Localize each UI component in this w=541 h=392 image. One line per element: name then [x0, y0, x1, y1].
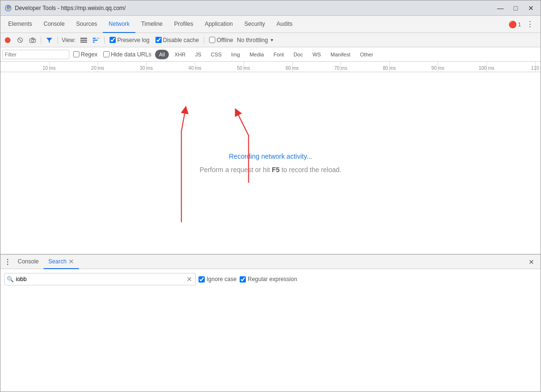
ignore-case-label[interactable]: Ignore case — [199, 276, 237, 283]
view-label: View: — [62, 37, 76, 44]
minimize-button[interactable]: — — [495, 2, 506, 14]
search-tab-close-icon[interactable]: ✕ — [68, 258, 74, 265]
filter-bar: Regex Hide data URLs All XHR JS CSS Img … — [0, 47, 541, 62]
hint-text: Perform a request or hit F5 to record th… — [199, 166, 341, 174]
toolbar-divider-1 — [41, 36, 41, 44]
tab-elements[interactable]: Elements — [2, 16, 38, 33]
chrome-icon — [4, 4, 12, 12]
svg-marker-7 — [46, 38, 52, 43]
tick-50ms: 50 ms — [237, 65, 250, 71]
filter-css[interactable]: CSS — [207, 50, 226, 59]
filter-xhr[interactable]: XHR — [171, 50, 189, 59]
clear-button[interactable] — [15, 35, 25, 45]
bottom-tab-console[interactable]: Console — [13, 255, 44, 269]
camera-icon — [29, 37, 36, 43]
view-list-button[interactable] — [78, 35, 89, 45]
tab-application[interactable]: Application — [199, 16, 239, 33]
tick-20ms: 20 ms — [91, 65, 104, 71]
throttle-dropdown[interactable]: No throttling ▼ — [237, 37, 274, 44]
search-panel: 🔍 ✕ Ignore case Regular expression — [0, 269, 541, 289]
tick-40ms: 40 ms — [188, 65, 201, 71]
ignore-case-checkbox[interactable] — [199, 276, 205, 283]
svg-rect-12 — [93, 40, 98, 41]
view-waterfall-button[interactable] — [91, 35, 101, 45]
preserve-log-checkbox[interactable] — [110, 37, 116, 43]
toolbar-divider-4 — [204, 36, 204, 44]
recording-text: Recording network activity... — [229, 152, 312, 160]
filter-manifest[interactable]: Manifest — [327, 50, 354, 59]
search-input-row: 🔍 ✕ Ignore case Regular expression — [4, 273, 537, 285]
tab-profiles[interactable]: Profiles — [168, 16, 199, 33]
tick-10ms: 10 ms — [43, 65, 55, 71]
error-icon: 🔴 — [508, 21, 517, 28]
tick-100ms: 100 ms — [479, 65, 495, 71]
empty-state: Recording network activity... Perform a … — [0, 72, 541, 254]
bottom-menu-button[interactable] — [2, 257, 13, 267]
filter-js[interactable]: JS — [191, 50, 205, 59]
hide-data-urls-checkbox[interactable] — [103, 51, 110, 57]
top-tab-icons: 🔴 1 ⋮ — [508, 18, 539, 31]
close-all-button[interactable]: ✕ — [526, 257, 537, 267]
search-input[interactable] — [16, 276, 186, 283]
filter-ws[interactable]: WS — [309, 50, 325, 59]
svg-rect-6 — [34, 39, 35, 40]
tab-console[interactable]: Console — [38, 16, 70, 33]
svg-rect-9 — [80, 40, 87, 41]
filter-img[interactable]: Img — [227, 50, 243, 59]
camera-button[interactable] — [27, 35, 38, 45]
maximize-button[interactable]: □ — [510, 2, 521, 14]
svg-rect-10 — [80, 42, 87, 43]
tick-90ms: 90 ms — [431, 65, 444, 71]
filter-doc[interactable]: Doc — [290, 50, 307, 59]
svg-point-16 — [7, 259, 8, 260]
record-button[interactable] — [2, 35, 13, 45]
svg-rect-8 — [80, 38, 87, 39]
tick-70ms: 70 ms — [334, 65, 347, 71]
error-badge-button[interactable]: 🔴 1 — [508, 18, 521, 31]
search-magnify-icon: 🔍 — [7, 276, 14, 283]
regex-checkbox[interactable] — [73, 51, 79, 57]
hide-data-urls-label[interactable]: Hide data URLs — [101, 51, 154, 58]
tick-60ms: 60 ms — [286, 65, 298, 71]
tab-sources[interactable]: Sources — [70, 16, 103, 33]
offline-checkbox[interactable] — [209, 37, 215, 43]
filter-all[interactable]: All — [155, 50, 168, 59]
bottom-tab-search[interactable]: Search ✕ — [44, 255, 79, 269]
svg-rect-11 — [93, 38, 96, 39]
svg-point-17 — [7, 261, 8, 262]
devtools-panel: Elements Console Sources Network Timelin… — [0, 16, 541, 392]
svg-rect-13 — [93, 42, 95, 43]
filter-input[interactable] — [2, 50, 69, 59]
close-button[interactable]: ✕ — [525, 2, 537, 14]
tab-security[interactable]: Security — [239, 16, 271, 33]
disable-cache-label[interactable]: Disable cache — [154, 37, 201, 44]
tick-80ms: 80 ms — [383, 65, 396, 71]
window-controls: — □ ✕ — [495, 2, 537, 14]
error-count: 1 — [518, 22, 521, 27]
more-options-button[interactable]: ⋮ — [523, 18, 537, 31]
filter-other[interactable]: Other — [356, 50, 377, 59]
top-tab-bar: Elements Console Sources Network Timelin… — [0, 16, 541, 33]
tab-audits[interactable]: Audits — [271, 16, 298, 33]
tick-30ms: 30 ms — [140, 65, 153, 71]
throttle-arrow-icon: ▼ — [270, 38, 274, 43]
toolbar-divider-2 — [57, 36, 58, 44]
regex-label[interactable]: Regex — [71, 51, 99, 58]
disable-cache-checkbox[interactable] — [155, 37, 162, 43]
more-dots-icon — [4, 259, 11, 265]
toolbar-divider-3 — [104, 36, 105, 44]
filter-font[interactable]: Font — [270, 50, 288, 59]
regex-option-checkbox[interactable] — [240, 276, 246, 283]
tick-110: 110 — [531, 65, 539, 71]
search-clear-button[interactable]: ✕ — [186, 275, 193, 283]
view-list-icon — [80, 37, 87, 43]
filter-media[interactable]: Media — [246, 50, 268, 59]
preserve-log-label[interactable]: Preserve log — [108, 37, 151, 44]
regex-option-label[interactable]: Regular expression — [240, 276, 297, 283]
network-toolbar: View: Preserve log Disable c — [0, 33, 541, 47]
tab-network[interactable]: Network — [103, 16, 135, 33]
bottom-panel: Console Search ✕ ✕ 🔍 ✕ Ignore case — [0, 254, 541, 392]
filter-button[interactable] — [44, 35, 55, 45]
offline-label[interactable]: Offline — [207, 37, 235, 44]
tab-timeline[interactable]: Timeline — [135, 16, 168, 33]
